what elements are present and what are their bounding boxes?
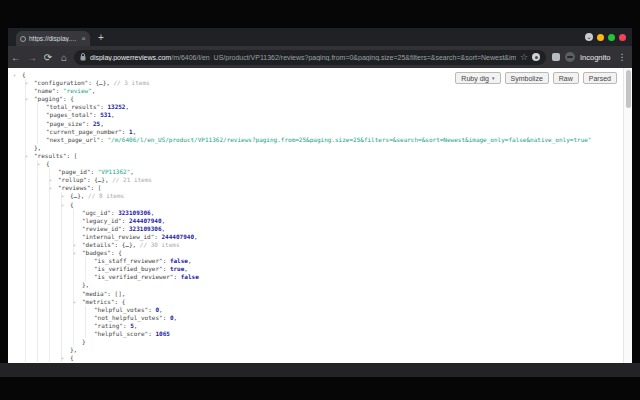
indent-guide xyxy=(49,209,50,217)
indent-guide xyxy=(25,265,26,273)
indent-guide xyxy=(37,298,38,306)
indent-guide xyxy=(61,322,62,330)
window-maximize-button[interactable] xyxy=(608,34,615,41)
tab-close-icon[interactable]: × xyxy=(81,35,86,43)
collapse-caret-icon[interactable]: ▾ xyxy=(61,201,64,209)
indent-guide xyxy=(37,225,38,233)
json-line-text: "total_results": 13252, xyxy=(46,103,129,111)
json-line-text: "reviews": [ xyxy=(58,184,101,192)
collapse-caret-icon[interactable]: ▾ xyxy=(49,176,52,184)
indent-guide xyxy=(49,257,50,265)
raw-button[interactable]: Raw xyxy=(553,72,579,84)
indent-guide xyxy=(73,314,74,322)
indent-guide xyxy=(49,192,50,200)
json-line: }, xyxy=(8,346,618,354)
collapse-caret-icon[interactable]: ▾ xyxy=(73,241,76,249)
json-line-text: "rollup": {…}, // 21 items xyxy=(58,176,152,184)
indent-guide xyxy=(61,306,62,314)
scrollbar[interactable] xyxy=(623,68,632,363)
new-tab-button[interactable]: + xyxy=(98,32,104,44)
collapse-caret-icon[interactable]: ▾ xyxy=(37,160,40,168)
window-menu-icon[interactable]: ⌄ xyxy=(585,33,593,41)
lock-icon xyxy=(80,53,86,61)
extension-badge-icon[interactable] xyxy=(532,53,540,61)
indent-guide xyxy=(25,87,26,95)
json-line: "legacy_id": 244407940, xyxy=(8,217,618,225)
json-line-text: "metrics": { xyxy=(82,298,125,306)
window-controls: ⌄ xyxy=(585,33,626,41)
collapse-caret-icon[interactable]: ▾ xyxy=(61,354,64,362)
json-tree: ▾{▾"configuration": {…}, // 3 items"name… xyxy=(8,71,618,362)
collapse-caret-icon[interactable]: ▾ xyxy=(49,184,52,192)
json-line: ▾"paging": { xyxy=(8,95,618,103)
indent-guide xyxy=(25,314,26,322)
menu-kebab-icon[interactable]: ⋮ xyxy=(617,52,626,62)
forward-button[interactable]: → xyxy=(24,52,40,63)
json-line-text: "helpful_score": 1065 xyxy=(94,330,170,338)
indent-guide xyxy=(25,128,26,136)
back-button[interactable]: ← xyxy=(8,52,24,63)
collapse-caret-icon[interactable]: ▾ xyxy=(25,79,28,87)
indent-guide xyxy=(25,241,26,249)
json-line-text: "results": [ xyxy=(34,152,77,160)
collapse-caret-icon[interactable]: ▾ xyxy=(73,249,76,257)
indent-guide xyxy=(85,330,86,338)
indent-guide xyxy=(49,298,50,306)
browser-window: https://display.powerevie… × + ⌄ ← → ⟳ ⌂ xyxy=(8,28,632,363)
viewer-mode-dropdown[interactable]: Ruby dig ▾ xyxy=(455,72,500,84)
json-line-text: }, xyxy=(82,281,89,289)
browser-tab[interactable]: https://display.powerevie… × xyxy=(16,31,90,46)
json-line: "page_id": "VP11362", xyxy=(8,168,618,176)
window-minimize-button[interactable] xyxy=(597,34,604,41)
indent-guide xyxy=(25,225,26,233)
indent-guide xyxy=(73,217,74,225)
json-line-text: "page_id": "VP11362", xyxy=(58,168,134,176)
json-line-text: "badges": { xyxy=(82,249,122,257)
indent-guide xyxy=(25,160,26,168)
collapse-caret-icon[interactable]: ▾ xyxy=(61,192,64,200)
indent-guide xyxy=(85,265,86,273)
collapse-caret-icon[interactable]: ▾ xyxy=(25,152,28,160)
indent-guide xyxy=(73,257,74,265)
collapse-caret-icon[interactable]: ▾ xyxy=(73,298,76,306)
indent-guide xyxy=(73,306,74,314)
indent-guide xyxy=(25,144,26,152)
extensions-puzzle-icon[interactable] xyxy=(552,53,560,61)
indent-guide xyxy=(49,225,50,233)
json-line-text: { xyxy=(22,71,26,79)
bookmark-star-icon[interactable]: ☆ xyxy=(520,53,528,62)
indent-guide xyxy=(25,290,26,298)
indent-guide xyxy=(73,233,74,241)
scrollbar-thumb[interactable] xyxy=(626,70,631,108)
home-button[interactable]: ⌂ xyxy=(56,52,72,63)
json-line-text: "review_id": 323109306, xyxy=(82,225,165,233)
indent-guide xyxy=(25,354,26,362)
indent-guide xyxy=(25,233,26,241)
collapse-caret-icon[interactable]: ▾ xyxy=(25,95,28,103)
bottom-band xyxy=(0,363,640,377)
browser-toolbar: ← → ⟳ ⌂ display.powerreviews.com/m/6406/… xyxy=(8,46,632,68)
json-line-text: "page_size": 25, xyxy=(46,120,104,128)
json-line-text: "pages_total": 531, xyxy=(46,111,115,119)
window-close-button[interactable] xyxy=(619,34,626,41)
indent-guide xyxy=(25,298,26,306)
reload-button[interactable]: ⟳ xyxy=(40,52,56,63)
indent-guide xyxy=(25,192,26,200)
indent-guide xyxy=(37,120,38,128)
parsed-button[interactable]: Parsed xyxy=(583,72,617,84)
collapse-caret-icon[interactable]: ▾ xyxy=(13,71,16,79)
symbolize-button[interactable]: Symbolize xyxy=(505,72,549,84)
json-viewer-controls: Ruby dig ▾ Symbolize Raw Parsed xyxy=(454,71,618,85)
json-line: ▾"results": [ xyxy=(8,152,618,160)
json-line-text: } xyxy=(82,338,86,346)
incognito-label: Incognito xyxy=(580,53,610,62)
json-line: ▾"badges": { xyxy=(8,249,618,257)
indent-guide xyxy=(61,298,62,306)
indent-guide xyxy=(49,249,50,257)
address-bar[interactable]: display.powerreviews.com/m/6406/l/en_US/… xyxy=(74,50,546,65)
desktop-background: https://display.powerevie… × + ⌄ ← → ⟳ ⌂ xyxy=(0,0,640,400)
indent-guide xyxy=(49,233,50,241)
json-line: "rating": 5, xyxy=(8,322,618,330)
json-line: ▾"metrics": { xyxy=(8,298,618,306)
indent-guide xyxy=(73,273,74,281)
